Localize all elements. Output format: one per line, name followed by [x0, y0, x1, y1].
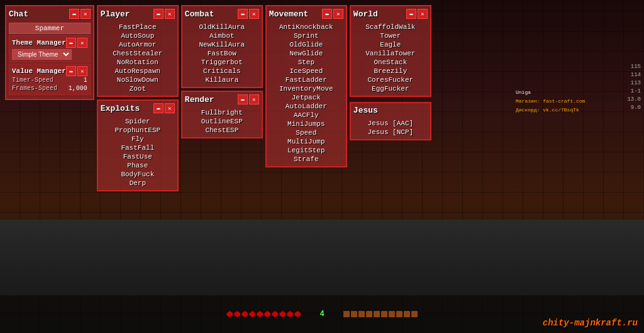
food-7 — [389, 311, 395, 317]
world-item-5[interactable]: Breezily — [353, 67, 428, 76]
player-close-btn[interactable]: ✕ — [165, 9, 175, 19]
movement-item-10[interactable]: AACFly — [269, 111, 343, 120]
movement-item-6[interactable]: FastLadder — [269, 76, 343, 84]
movement-item-3[interactable]: NewGlide — [269, 49, 343, 58]
food-9 — [404, 311, 410, 317]
mc-floor — [0, 220, 644, 295]
player-item-2[interactable]: AutoArmor — [101, 40, 175, 49]
food-10 — [411, 311, 418, 317]
food-2 — [351, 311, 357, 317]
render-close-btn[interactable]: ✕ — [249, 94, 259, 104]
food-8 — [396, 311, 402, 317]
exploits-item-2[interactable]: Fly — [101, 135, 175, 144]
theme-dropdown[interactable]: Simple Theme — [12, 49, 72, 60]
hud-food — [343, 311, 418, 317]
movement-item-2[interactable]: OldGlide — [269, 40, 343, 49]
movement-item-8[interactable]: Jetpack — [269, 93, 343, 102]
heart-4 — [249, 311, 255, 317]
heart-5 — [257, 311, 263, 317]
render-item-2[interactable]: ChestESP — [185, 126, 259, 135]
combat-item-5[interactable]: Criticals — [185, 67, 259, 76]
jesus-item-1[interactable]: Jesus [NCP] — [353, 128, 428, 137]
render-item-1[interactable]: OutlineESP — [185, 117, 259, 126]
hud-hearts — [226, 311, 301, 317]
world-min-btn[interactable]: ▬ — [406, 9, 416, 19]
combat-close-btn[interactable]: ✕ — [249, 9, 259, 19]
player-item-5[interactable]: AutoRespawn — [101, 67, 175, 76]
heart-1 — [226, 311, 233, 317]
movement-item-7[interactable]: InventoryMove — [269, 84, 343, 93]
world-item-2[interactable]: Eagle — [353, 40, 428, 49]
combat-item-1[interactable]: Aimbot — [185, 31, 259, 40]
food-6 — [381, 311, 387, 317]
player-item-6[interactable]: NoSlowDown — [101, 76, 175, 84]
exploits-item-6[interactable]: BodyFuck — [101, 170, 175, 179]
exploits-item-0[interactable]: Spider — [101, 117, 175, 126]
render-min-btn[interactable]: ▬ — [238, 94, 248, 104]
world-item-7[interactable]: EggFucker — [353, 84, 428, 93]
spammer-button[interactable]: Spammer — [9, 23, 91, 34]
movement-item-13[interactable]: MultiJump — [269, 137, 343, 146]
movement-item-11[interactable]: MiniJumps — [269, 120, 343, 128]
movement-item-9[interactable]: AutoLadder — [269, 102, 343, 111]
player-item-7[interactable]: Zoot — [101, 84, 175, 93]
theme-close-btn[interactable]: ✕ — [77, 38, 87, 48]
movement-item-12[interactable]: Speed — [269, 128, 343, 137]
theme-min-btn[interactable]: ▬ — [66, 38, 76, 48]
world-item-3[interactable]: VanillaTower — [353, 49, 428, 58]
exploits-min-btn[interactable]: ▬ — [153, 103, 164, 113]
watermark: chity-majnkraft.ru — [543, 318, 638, 328]
movement-item-0[interactable]: AntiKnockback — [269, 23, 343, 31]
heart-8 — [279, 311, 286, 317]
combat-min-btn[interactable]: ▬ — [238, 9, 248, 19]
movement-min-btn[interactable]: ▬ — [322, 9, 332, 19]
exploits-item-5[interactable]: Phase — [101, 161, 175, 170]
food-3 — [358, 311, 365, 317]
heart-9 — [287, 311, 293, 317]
heart-7 — [272, 311, 278, 317]
player-item-1[interactable]: AutoSoup — [101, 31, 175, 40]
chat-close-btn[interactable]: ✕ — [80, 9, 91, 19]
world-item-0[interactable]: ScaffoldWalk — [353, 23, 428, 31]
exploits-item-7[interactable]: Derp — [101, 179, 175, 188]
heart-6 — [264, 311, 270, 317]
hud-level: 4 — [319, 310, 324, 319]
render-item-0[interactable]: Fullbright — [185, 108, 259, 117]
exploits-close-btn[interactable]: ✕ — [165, 103, 175, 113]
movement-item-5[interactable]: IceSpeed — [269, 67, 343, 76]
value-min-btn[interactable]: ▬ — [66, 66, 76, 76]
movement-panel: Movement ▬ ✕ AntiKnockback Sprint OldGli… — [265, 5, 347, 167]
combat-item-2[interactable]: NewKillAura — [185, 40, 259, 49]
player-min-btn[interactable]: ▬ — [153, 9, 164, 19]
heart-3 — [242, 311, 248, 317]
chat-minimize-btn[interactable]: ▬ — [69, 9, 79, 19]
exploits-item-3[interactable]: FastFall — [101, 144, 175, 152]
movement-item-4[interactable]: Step — [269, 58, 343, 67]
combat-item-0[interactable]: OldKillAura — [185, 23, 259, 31]
food-1 — [343, 311, 350, 317]
combat-item-6[interactable]: Killaura — [185, 76, 259, 84]
jesus-item-0[interactable]: Jesus [AAC] — [353, 119, 428, 128]
world-item-6[interactable]: CoresFucker — [353, 76, 428, 84]
movement-close-btn[interactable]: ✕ — [333, 9, 343, 19]
exploits-item-4[interactable]: FastUse — [101, 152, 175, 161]
world-item-1[interactable]: Tower — [353, 31, 428, 40]
food-4 — [366, 311, 372, 317]
movement-item-15[interactable]: Strafe — [269, 155, 343, 164]
movement-item-1[interactable]: Sprint — [269, 31, 343, 40]
player-item-3[interactable]: ChestStealer — [101, 49, 175, 58]
food-5 — [374, 311, 380, 317]
world-item-4[interactable]: OneStack — [353, 58, 428, 67]
combat-item-3[interactable]: FastBow — [185, 49, 259, 58]
combat-item-4[interactable]: Triggerbot — [185, 58, 259, 67]
value-close-btn[interactable]: ✕ — [77, 66, 87, 76]
player-item-4[interactable]: NoRotation — [101, 58, 175, 67]
player-item-0[interactable]: FastPlace — [101, 23, 175, 31]
heart-2 — [234, 311, 240, 317]
movement-item-14[interactable]: LegitStep — [269, 146, 343, 155]
world-close-btn[interactable]: ✕ — [418, 9, 428, 19]
heart-10 — [294, 311, 301, 317]
exploits-item-1[interactable]: ProphuntESP — [101, 126, 175, 135]
